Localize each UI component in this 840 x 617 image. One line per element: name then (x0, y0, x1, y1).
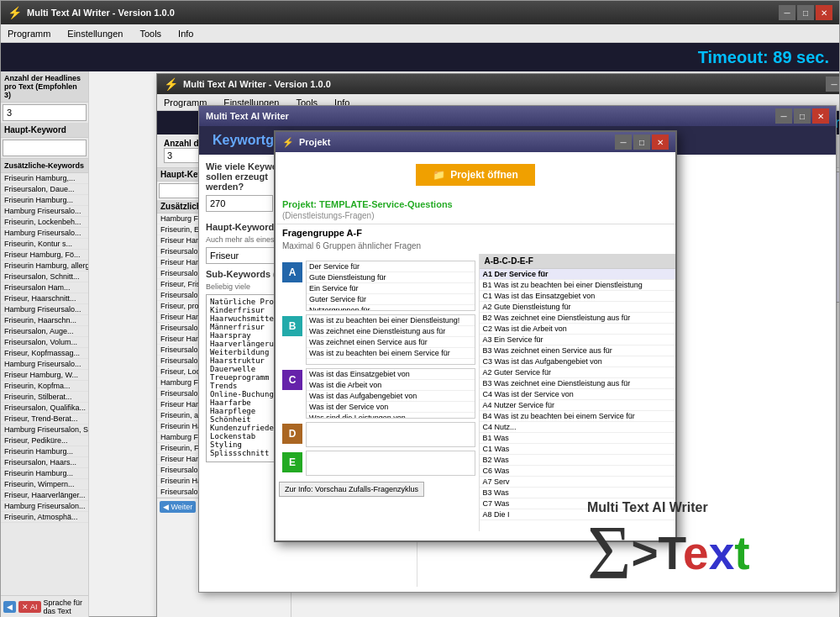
list-item[interactable]: Friseurin Hamburg... (1, 468, 88, 479)
window2-minimize[interactable]: ─ (826, 76, 839, 92)
window3-app-name: Multi Text AI Writer (206, 111, 289, 121)
list-item[interactable]: Friseurin Hamburg,... (1, 173, 88, 184)
right-item: B2 Was zeichnet eine Dienstleistung aus … (480, 313, 676, 324)
fragen-content-a[interactable]: Der Service für Gute Dienstleistung für … (306, 261, 475, 311)
headlines-label: Anzahl der Headlines pro Text (Empfohlen… (1, 71, 88, 103)
right-item: A3 Ein Service für (480, 335, 676, 345)
list-item[interactable]: Friseurin, Atmosphä... (1, 512, 88, 523)
list-item[interactable]: Friseursalon, Qualifika... (1, 403, 88, 414)
timeout-bar: Timeout: 89 sec. (1, 43, 839, 71)
list-item[interactable]: Friseurin, Kopfma... (1, 381, 88, 392)
fragen-letter-d: D (282, 424, 302, 444)
minimize-button[interactable]: ─ (779, 5, 795, 20)
fragen-content-c[interactable]: Was ist das Einsatzgebiet von Was ist di… (306, 368, 475, 419)
project-dialog-title: ⚡ Projekt ─ □ ✕ (276, 132, 675, 152)
list-item[interactable]: Hamburg Friseursalon, Sa... (1, 425, 88, 435)
close-button[interactable]: ✕ (816, 5, 832, 20)
fragen-item: Was ist zu beachten bei einem Service fü… (307, 348, 475, 359)
list-item[interactable]: Friseursalon Ham... (1, 282, 88, 293)
menu-bar: Programm Einstellungen Tools Info (1, 24, 839, 43)
list-item[interactable]: Friseursalon, Daue... (1, 184, 88, 195)
sprache-label: Sprache für das Text (44, 599, 86, 615)
zufalls-info-button[interactable]: Zur Info: Vorschau Zufalls-Fragenzyklus (279, 482, 424, 497)
fragen-content-b[interactable]: Was ist zu beachten bei einer Dienstleis… (306, 314, 475, 365)
list-item[interactable]: Hamburg Friseursalo... (1, 359, 88, 370)
fragen-item: Der Service für (307, 261, 475, 272)
main-content: Anzahl der Headlines pro Text (Empfohlen… (1, 71, 839, 617)
fragen-content-e[interactable] (306, 451, 475, 476)
menu-einstellungen[interactable]: Einstellungen (64, 27, 126, 40)
list-item[interactable]: Friseur Hamburg, W... (1, 370, 88, 381)
project-dialog-close[interactable]: ✕ (652, 134, 669, 150)
left-panel: Anzahl der Headlines pro Text (Empfohlen… (1, 71, 89, 617)
list-item[interactable]: Hamburg Friseursalo... (1, 228, 88, 239)
list-item[interactable]: Hamburg Friseursalon... (1, 501, 88, 512)
list-item[interactable]: Friseur, Haarschnitt... (1, 293, 88, 304)
fragen-group-a: A Der Service für Gute Dienstleistung fü… (279, 261, 475, 311)
ai-button[interactable]: ✕ AI (18, 601, 41, 613)
window2-app-icon: ⚡ (164, 77, 178, 91)
list-item[interactable]: Hamburg Friseursalo... (1, 304, 88, 315)
project-dialog-title-text: Projekt (299, 137, 330, 147)
window3-maximize[interactable]: □ (794, 108, 811, 124)
list-item[interactable]: Friseursalon, Volum... (1, 337, 88, 348)
project-name: Projekt: TEMPLATE-Service-Questions (276, 198, 675, 211)
list-item[interactable]: Friseurin, Lockenbeh... (1, 217, 88, 228)
fragengruppe-sub: Maximal 6 Gruppen ähnlicher Fragen (276, 241, 675, 254)
project-dialog-minimize[interactable]: ─ (615, 134, 632, 150)
how-many-input[interactable] (206, 195, 273, 212)
list-item[interactable]: Friseur, Trend-Berat... (1, 414, 88, 425)
fragen-item: Gute Dienstleistung für (307, 272, 475, 283)
projekt-oeffnen-button[interactable]: 📁 Projekt öffnen (416, 164, 535, 186)
timeout-text: Timeout: 89 sec. (698, 48, 829, 67)
right-item: B2 Was (480, 455, 676, 466)
list-item[interactable]: Friseurin, Kontur s... (1, 239, 88, 250)
list-item[interactable]: Friseurin, Wimpern... (1, 479, 88, 490)
fragen-item: Was zeichnet eine Dienstleistung aus für (307, 326, 475, 337)
hauptkeyword-input[interactable] (3, 140, 87, 156)
right-item: A2 Guter Service für (480, 367, 676, 378)
fragen-content-d[interactable] (306, 422, 475, 447)
fragen-letter-b: B (282, 316, 302, 336)
headlines-input[interactable] (3, 104, 87, 121)
logo-overlay: Multi Text AI Writer Σ >Text (587, 500, 839, 609)
fragengruppe-title: Fragengruppe A-F (276, 224, 675, 241)
logo-greater-than: > (631, 527, 658, 579)
right-item: C2 Was ist die Arbeit von (480, 324, 676, 335)
window3-close[interactable]: ✕ (812, 108, 829, 124)
window3-title-bar: Multi Text AI Writer ─ □ ✕ (199, 106, 836, 126)
list-item[interactable]: Friseursalon, Auge... (1, 326, 88, 337)
list-item[interactable]: Friseur, Pediküre... (1, 435, 88, 446)
menu-programm[interactable]: Programm (4, 27, 54, 40)
list-item[interactable]: Hamburg Friseursalo... (1, 206, 88, 217)
list-item[interactable]: Friseursalon, Schnitt... (1, 272, 88, 282)
project-dialog-maximize[interactable]: □ (633, 134, 650, 150)
list-item[interactable]: Friseurin Hamburg... (1, 195, 88, 206)
w2-weiter-button[interactable]: ◀ Weiter (160, 501, 196, 513)
list-item[interactable]: Friseursalon, Haars... (1, 457, 88, 468)
right-item: B3 Was zeichnet eine Dienstleistung aus … (480, 378, 676, 389)
right-item: C6 Was (480, 466, 676, 477)
logo-x: x (709, 527, 735, 579)
window2-app-title: Multi Text AI Writer - Version 1.0.0 (183, 79, 331, 89)
list-item[interactable]: Friseurin Hamburg... (1, 446, 88, 457)
zusaetzlich-label: Zusätzliche-Keywords (1, 158, 88, 173)
list-item[interactable]: Friseur Hamburg, Fö... (1, 250, 88, 261)
menu-info[interactable]: Info (175, 27, 197, 40)
fragen-right: A-B-C-D-E-F A1 Der Service für B1 Was is… (480, 254, 676, 531)
prev-button[interactable]: ◀ (3, 601, 16, 613)
fragen-group-b: B Was ist zu beachten bei einer Dienstle… (279, 314, 475, 365)
list-item[interactable]: Friseur, Haarverlänger... (1, 490, 88, 501)
list-item[interactable]: Friseurin, Stilberat... (1, 392, 88, 403)
window3-minimize[interactable]: ─ (775, 108, 792, 124)
right-item: C1 Was (480, 444, 676, 455)
list-item[interactable]: Friseurin, Haarschn... (1, 315, 88, 326)
fragen-group-d: D (279, 422, 475, 447)
list-item[interactable]: Friseurin Hamburg, allergi... (1, 261, 88, 272)
fragen-item: Guter Service für (307, 294, 475, 305)
fragen-item: Was zeichnet einen Service aus für (307, 337, 475, 348)
maximize-button[interactable]: □ (797, 5, 814, 20)
list-item[interactable]: Friseur, Kopfmassag... (1, 348, 88, 359)
menu-tools[interactable]: Tools (136, 27, 165, 40)
window2-title-bar: ⚡ Multi Text AI Writer - Version 1.0.0 ─… (157, 74, 839, 94)
